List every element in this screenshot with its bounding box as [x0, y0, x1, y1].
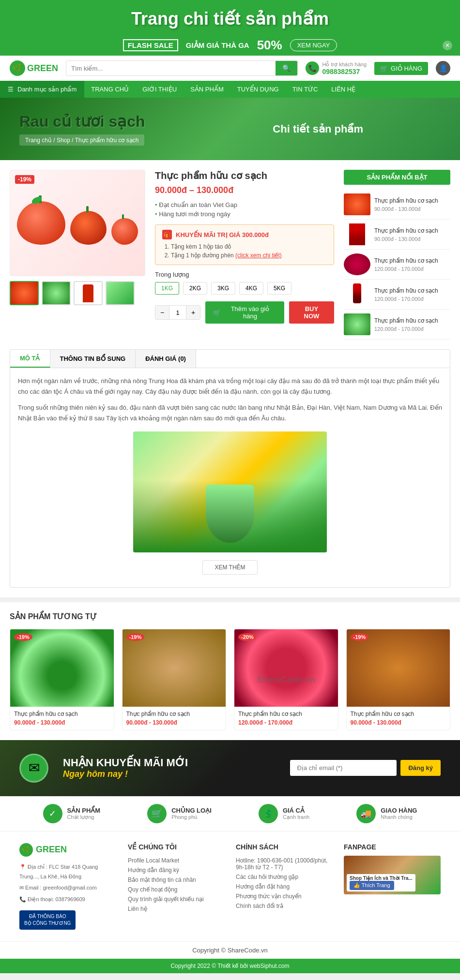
similar-card-2[interactable]: -19% Thực phẩm hữu cơ sạch 90.000đ - 130… [122, 629, 227, 730]
feat-img-5 [344, 313, 370, 335]
featured-item-2[interactable]: Thực phẩm hữu cơ sạch 90.000đ - 130.000đ [344, 220, 450, 250]
featured-item-1[interactable]: Thực phẩm hữu cơ sạch 90.000đ - 130.000đ [344, 190, 450, 220]
category-menu-button[interactable]: ☰ Danh mục sản phẩm [0, 81, 84, 98]
about-link-4[interactable]: Quy trình giải quyết khiếu nại [128, 894, 224, 904]
weight-5kg[interactable]: 5KG [267, 282, 291, 295]
policy-link-3[interactable]: Phương thức vận chuyển [236, 891, 332, 901]
qty-decrease[interactable]: − [155, 306, 169, 319]
tomato-medium [70, 211, 107, 245]
tomato-stem3 [122, 214, 124, 219]
policy-link-1[interactable]: Các câu hỏi thường gặp [236, 872, 332, 882]
about-link-0[interactable]: Profile Local Market [128, 856, 224, 865]
footer-logo: 🌿 GREEN [19, 843, 116, 857]
thumbnail-row [10, 281, 145, 305]
promo-detail-link[interactable]: (click xem chi tiết) [235, 252, 282, 259]
featured-item-4[interactable]: Thực phẩm hữu cơ sạch 120.000đ - 170.000… [344, 280, 450, 310]
about-link-2[interactable]: Bảo mật thông tin cá nhân [128, 875, 224, 885]
variety-icon: 🛒 [147, 804, 167, 823]
weight-label: Trong lượng [155, 271, 334, 278]
cert-line2: BỘ CÔNG THƯƠNG [24, 920, 71, 927]
quantity-row: − + 🛒 Thêm vào giỏ hàng BUY NOW [155, 301, 334, 324]
similar-card-3[interactable]: -20% Thực phẩm hữu cơ sạch 120.000đ - 17… [234, 629, 338, 730]
feature-variety-sub: Phong phú [171, 814, 212, 820]
similar-card-1[interactable]: -19% Thực phẩm hữu cơ sạch 90.000đ - 130… [10, 629, 114, 730]
user-button[interactable]: 👤 [436, 61, 450, 75]
similar-card-4[interactable]: -19% Thực phẩm hữu cơ sạch 90.000đ - 130… [346, 629, 451, 730]
feat-img-2 [344, 223, 370, 245]
qty-input[interactable] [169, 306, 186, 319]
feature-variety-text: CHỦNG LOẠI Phong phú [171, 807, 212, 820]
thumb-4[interactable] [106, 281, 135, 305]
weight-1kg[interactable]: 1KG [155, 282, 179, 295]
thumb-1[interactable] [10, 281, 39, 305]
qty-increase[interactable]: + [186, 306, 200, 319]
thumb-2[interactable] [42, 281, 71, 305]
promo-list: Tặng kèm 1 hộp táo đỏ Tặng 1 hộp đường p… [162, 242, 327, 260]
featured-item-3[interactable]: Thực phẩm hữu cơ sạch 120.000đ - 170.000… [344, 250, 450, 280]
nav-contact[interactable]: LIÊN HỆ [324, 81, 362, 98]
tab-reviews[interactable]: ĐÁNH GIÁ (0) [136, 350, 196, 368]
search-input[interactable] [66, 61, 276, 75]
newsletter-form: Đăng ký [290, 760, 441, 776]
feature-delivery-sub: Nhanh chóng [381, 814, 417, 820]
tab-description[interactable]: MÔ TẢ [10, 350, 50, 368]
feat-price-4: 120.000đ - 170.000đ [374, 296, 450, 302]
product-name: Thực phẩm hữu cơ sạch [155, 170, 334, 181]
add-to-cart-button[interactable]: 🛒 Thêm vào giỏ hàng [205, 301, 284, 324]
tomato-stem2 [86, 206, 89, 212]
feat-cherry [344, 253, 370, 275]
cart-button[interactable]: 🛒 GIỎ HÀNG [374, 62, 428, 75]
flash-sale-cta[interactable]: XEM NGAY [290, 39, 337, 51]
tab-additional[interactable]: THÔNG TIN BỔ SUNG [50, 350, 136, 368]
similar-img-2: -19% [123, 629, 226, 707]
weight-3kg[interactable]: 3KG [211, 282, 235, 295]
footer-certified: ĐÃ THÔNG BÁO BỘ CÔNG THƯƠNG [19, 910, 116, 930]
sweetpotato-img [347, 629, 450, 707]
tab-content-description: Hơn một ngàn năm về trước, những nhà nôn… [10, 368, 450, 587]
broccoli-img [10, 629, 114, 707]
buy-now-button[interactable]: BUY NOW [289, 301, 334, 324]
about-link-3[interactable]: Quy chế hoạt động [128, 885, 224, 894]
flash-close-button[interactable]: ✕ [443, 41, 452, 50]
tab-product-image [133, 431, 327, 552]
about-link-5[interactable]: Liên hệ [128, 904, 224, 914]
nav-home[interactable]: TRANG CHỦ [84, 81, 136, 98]
weight-2kg[interactable]: 2KG [183, 282, 207, 295]
view-more-button[interactable]: XEM THÊM [202, 560, 257, 575]
feat-price-2: 90.000đ - 130.000đ [374, 236, 450, 242]
page-title-bar: Trang chi tiết sản phẩm [0, 0, 460, 35]
policy-link-4[interactable]: Chính sách đổi trả [236, 901, 332, 911]
nav-products[interactable]: SẢN PHẨM [184, 81, 230, 98]
nav-recruitment[interactable]: TUYỂN DỤNG [230, 81, 286, 98]
newsletter-submit-button[interactable]: Đăng ký [400, 760, 441, 776]
newsletter-email-input[interactable] [290, 760, 397, 776]
fanpage-preview: Shop Tiện Ích và Thời Tra... 👍 Thích Tra… [344, 856, 441, 894]
featured-item-5[interactable]: Thực phẩm hữu cơ sạch 120.000đ - 170.000… [344, 310, 450, 340]
gift-icon: 🎁 [162, 230, 172, 239]
footer-address: 📍 Địa chỉ : FLC Star 418 Quang Trung...,… [19, 862, 116, 905]
nav-news[interactable]: TIN TỨC [286, 81, 325, 98]
similar-badge-1: -19% [14, 633, 32, 641]
policy-link-0[interactable]: Hotline: 1900-636-001 (1000đ/phút, 9h-18… [236, 856, 332, 872]
similar-badge-4: -19% [351, 633, 369, 641]
search-button[interactable]: 🔍 [276, 61, 297, 75]
nav-about[interactable]: GIỚI THIỆU [136, 81, 184, 98]
feat-price-5: 120.000đ - 170.000đ [374, 326, 450, 332]
tabs-header: MÔ TẢ THÔNG TIN BỔ SUNG ĐÁNH GIÁ (0) [10, 350, 450, 368]
footer-logo-col: 🌿 GREEN 📍 Địa chỉ : FLC Star 418 Quang T… [19, 843, 116, 930]
thumb-3[interactable] [74, 281, 103, 305]
similar-price-4: 90.000đ - 130.000đ [351, 719, 446, 726]
about-link-1[interactable]: Hướng dẫn đăng ký [128, 865, 224, 875]
like-page-button[interactable]: 👍 Thích Trang [350, 881, 394, 890]
policy-link-2[interactable]: Hướng dẫn đặt hàng [236, 882, 332, 891]
footer-bottom-bar: Copyright 2022 © Thiết kế bởi webSiphut.… [0, 959, 460, 973]
logo[interactable]: 🌿 GREEN [10, 60, 58, 76]
flash-sale-label: FLASH SALE [123, 39, 178, 51]
feature-price-text: GIÁ CẢ Cạnh tranh [283, 807, 309, 820]
similar-name-2: Thực phẩm hữu cơ sạch [126, 711, 222, 717]
similar-body-2: Thực phẩm hữu cơ sạch 90.000đ - 130.000đ [123, 707, 226, 730]
similar-section-title: SẢN PHẨM TƯƠNG TỰ [10, 612, 450, 621]
weight-4kg[interactable]: 4KG [239, 282, 263, 295]
thumb-green-img [43, 282, 70, 304]
products-grid: -19% Thực phẩm hữu cơ sạch 90.000đ - 130… [10, 629, 450, 730]
